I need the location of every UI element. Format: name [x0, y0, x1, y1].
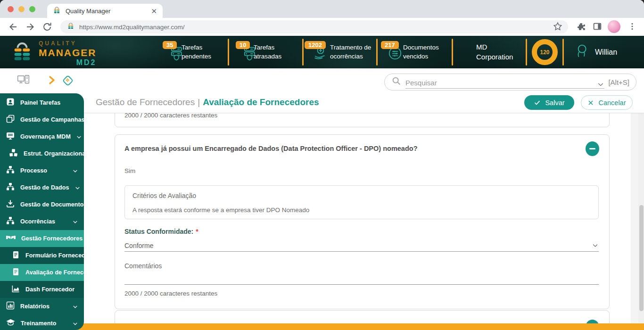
sidebar-item-label: Processo	[20, 167, 47, 174]
char-counter: 2000 / 2000 caracteres restantes	[124, 113, 609, 119]
sidebar-item-label: Gestão de Dados	[20, 184, 69, 191]
browser-addressbar: https://www.md2qualitymanager.com/	[0, 18, 644, 36]
chevron-down-icon	[72, 321, 78, 327]
monitor-icon	[6, 131, 15, 142]
select-value: Conforme	[124, 242, 153, 249]
kpi-documentos-vencidos[interactable]: 217 Documentos vencidos	[381, 36, 452, 68]
previous-question-card: 2000 / 2000 caracteres restantes	[115, 113, 610, 127]
form-content: 2000 / 2000 caracteres restantes A empre…	[84, 113, 644, 323]
browser-profile-avatar[interactable]	[608, 20, 620, 33]
status-conformidade-select[interactable]: Conforme	[124, 239, 599, 252]
tab-close-icon[interactable]: ✕	[151, 8, 157, 15]
required-asterisk: *	[196, 228, 198, 235]
kpi-tarefas-atrasadas[interactable]: 10 Tarefas atrasadas	[236, 36, 306, 68]
sitemap-icon	[6, 216, 15, 227]
suppliers-handshake-icon[interactable]	[61, 74, 74, 89]
sitemap-icon	[6, 165, 15, 176]
sidebar-item-treinamento[interactable]: Treinamento	[0, 315, 84, 330]
breadcrumb-section: Gestão de Fornecedores	[96, 97, 195, 107]
side-panel-icon[interactable]	[592, 21, 603, 33]
sidebar-item-dash-fornecedor[interactable]: Dash Fornecedor	[0, 281, 84, 298]
sidebar-item-ocorrencias[interactable]: Ocorrências	[0, 213, 84, 230]
header-separator	[452, 39, 453, 66]
app-logo-text: QUALITY MANAGER MD2	[39, 40, 97, 67]
browser-menu-icon[interactable]	[627, 21, 638, 33]
sidebar-item-processo[interactable]: Processo	[0, 162, 84, 179]
bar-chart-icon	[6, 301, 15, 312]
handshake-icon	[6, 233, 16, 244]
score-value: 120	[540, 49, 549, 56]
chevron-down-icon	[76, 134, 82, 140]
header-separator	[302, 39, 304, 66]
breadcrumb-bar: [Alt+S]	[0, 68, 644, 92]
sidebar-item-gestao-campanhas[interactable]: Gestão de Campanhas	[0, 111, 84, 128]
sidebar-item-avaliacao-fornecedor[interactable]: Avaliação de Fornecedor	[0, 264, 84, 281]
bottom-accent-bar	[71, 323, 644, 330]
breadcrumb-chevron-icon	[48, 75, 56, 87]
forward-icon[interactable]	[25, 21, 36, 33]
sidebar-item-painel-tarefas[interactable]: Painel Tarefas	[0, 94, 84, 111]
save-button-label: Salvar	[545, 99, 564, 107]
search-chevron-down-icon[interactable]	[597, 81, 604, 88]
sidebar-item-gestao-dados[interactable]: Gestão de Dados	[0, 179, 84, 196]
breadcrumb-page: Avaliação de Fornecedores	[203, 97, 319, 107]
scrollbar-thumb[interactable]	[639, 205, 644, 311]
window-close-button[interactable]	[8, 6, 14, 12]
sidebar-item-formulario-fornecedor[interactable]: Formulário Fornecedor	[0, 247, 84, 264]
bookmark-star-icon[interactable]	[553, 21, 564, 33]
page-title: Gestão de Fornecedores|Avaliação de Forn…	[96, 97, 319, 107]
header-separator	[526, 39, 527, 66]
app-logo-icon	[11, 40, 33, 67]
score-ring[interactable]: 120	[532, 39, 558, 65]
kpi-tarefas-pendentes[interactable]: 35 Tarefas pendentes	[163, 36, 233, 68]
comments-input[interactable]	[124, 273, 599, 285]
close-icon	[587, 99, 594, 106]
sidebar-item-gestao-fornecedores[interactable]: Gestão Fornecedores	[0, 230, 84, 247]
chevron-down-icon	[74, 185, 81, 191]
content-right-gutter	[631, 113, 638, 323]
window-maximize-button[interactable]	[29, 6, 35, 12]
app-logo[interactable]: QUALITY MANAGER MD2	[11, 40, 97, 67]
count-badge: 217	[381, 41, 399, 49]
collapse-question-button[interactable]	[586, 320, 599, 323]
cancel-button[interactable]: Cancelar	[581, 95, 633, 110]
back-icon[interactable]	[8, 21, 19, 33]
sidebar-item-estrut-organizacional[interactable]: Estrut. Organizacional	[0, 145, 84, 162]
page-titlebar: Gestão de Fornecedores|Avaliação de Forn…	[84, 92, 644, 113]
sidebar-item-label: Formulário Fornecedor	[25, 252, 91, 259]
question-card: A empresa já possui um Encarregado de Da…	[115, 134, 610, 309]
browser-tab[interactable]: Quality Manager ✕	[47, 4, 163, 18]
document-icon	[11, 250, 20, 261]
search-input[interactable]	[405, 79, 597, 88]
sidebar-item-relatorios[interactable]: Relatórios	[0, 298, 84, 315]
copy-icon	[6, 114, 15, 125]
count-badge: 1202	[305, 41, 326, 49]
user-name: Willian	[595, 48, 617, 57]
sidebar-item-label: Relatórios	[20, 303, 50, 310]
company-name[interactable]: MD Corporation	[476, 42, 513, 62]
kpi-tratamento-ocorrencias[interactable]: 1202 Tratamento de ocorrências	[305, 36, 375, 68]
question-text: A empresa já possui um Encarregado de Da…	[124, 145, 568, 152]
logo-word-md2: MD2	[39, 58, 97, 67]
char-counter: 2000 / 2000 caracteres restantes	[124, 290, 217, 297]
collapse-question-button[interactable]	[586, 141, 599, 156]
page-scrollbar[interactable]	[638, 113, 644, 323]
extensions-puzzle-icon[interactable]	[576, 21, 587, 33]
url-bar[interactable]: https://www.md2qualitymanager.com/	[60, 20, 568, 33]
sidebar-item-gestao-documentos[interactable]: Gestão de Documentos	[0, 196, 84, 213]
browser-tabstrip: Quality Manager ✕	[0, 0, 644, 18]
sidebar-item-governanca-mdm[interactable]: Governança MDM	[0, 128, 84, 145]
title-divider: |	[198, 97, 200, 107]
chevron-down-icon	[72, 168, 78, 174]
favicon	[53, 6, 61, 16]
application-window: Quality Manager ✕ https://www.md2quality…	[0, 0, 644, 330]
reload-icon[interactable]	[41, 21, 53, 33]
save-button[interactable]: Salvar	[524, 95, 574, 110]
task-panel-icon	[6, 97, 15, 108]
header-separator	[562, 39, 564, 66]
user-menu[interactable]: Willian	[574, 42, 617, 62]
window-minimize-button[interactable]	[18, 6, 25, 12]
graduation-cap-icon	[6, 318, 16, 329]
workstation-icon[interactable]	[17, 74, 30, 88]
area-chart-icon	[11, 284, 20, 295]
